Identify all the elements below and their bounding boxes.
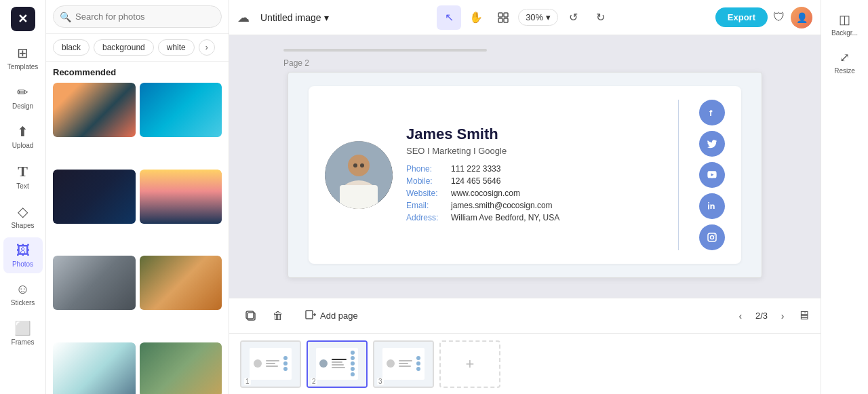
page-label: Page 2 (283, 58, 309, 68)
svg-text:f: f (709, 108, 713, 117)
thumb-social-dot-1 (283, 356, 288, 360)
sidebar-item-text[interactable]: T Text (3, 157, 43, 195)
tag-scroll-btn[interactable]: › (199, 39, 215, 56)
linkedin-icon (707, 201, 717, 212)
canvas-area: Page 2 James (229, 35, 821, 298)
templates-icon: ⊞ (17, 45, 28, 61)
sidebar-item-stickers[interactable]: ☺ Stickers (3, 276, 43, 312)
undo-btn[interactable]: ↺ (561, 5, 585, 30)
website-value: www.cocosign.com (451, 189, 520, 198)
youtube-btn[interactable] (699, 162, 725, 188)
select-tool-btn[interactable]: ↖ (437, 5, 461, 30)
thumb-social-dot-8 (351, 372, 355, 376)
tag-background[interactable]: background (94, 39, 154, 56)
photo-thumb-6[interactable] (140, 256, 222, 338)
document-title-text: Untitled image (260, 12, 321, 23)
svg-point-13 (714, 235, 715, 235)
svg-rect-3 (504, 18, 508, 22)
thumb-line-1 (266, 360, 279, 361)
stickers-icon: ☺ (16, 281, 29, 297)
app-logo[interactable]: ✕ (11, 7, 35, 31)
duplicate-page-btn[interactable] (240, 305, 262, 327)
tag-row: black background white › (46, 34, 229, 62)
document-title-btn[interactable]: Untitled image ▾ (255, 9, 334, 26)
move-tool-btn[interactable]: ✋ (464, 5, 488, 30)
card-avatar (325, 141, 393, 209)
zoom-control[interactable]: 30% ▾ (518, 9, 558, 26)
sidebar-item-label: Shapes (12, 222, 35, 229)
search-input[interactable] (53, 5, 222, 28)
twitter-btn[interactable] (699, 131, 725, 157)
monitor-icon[interactable]: 🖥 (797, 309, 810, 323)
thumb-avatar-3 (387, 359, 395, 368)
layout-tool-btn[interactable] (491, 5, 515, 30)
add-page-icon (305, 309, 316, 320)
redo-btn[interactable]: ↻ (588, 5, 612, 30)
facebook-icon: f (707, 108, 717, 117)
add-page-button[interactable]: Add page (297, 305, 366, 326)
left-sidebar: ✕ ⊞ Templates ✏ Design ⬆ Upload T Text ◇… (0, 0, 46, 394)
thumb-line-4 (332, 359, 347, 360)
canvas-scroll-bar (283, 49, 487, 52)
sidebar-item-upload[interactable]: ⬆ Upload (3, 118, 43, 155)
sidebar-item-shapes[interactable]: ◇ Shapes (3, 198, 43, 235)
sidebar-item-design[interactable]: ✏ Design (3, 79, 43, 115)
thumb-lines-2 (332, 359, 347, 368)
thumb-social-dot-5 (351, 356, 355, 360)
photo-thumb-7[interactable] (53, 342, 136, 395)
thumb-line-8 (399, 360, 412, 361)
photo-thumb-2[interactable] (140, 83, 222, 165)
mobile-label: Mobile: (406, 176, 447, 186)
resize-label: Resize (834, 67, 855, 75)
thumb-line-6 (332, 364, 344, 366)
cloud-icon[interactable]: ☁ (237, 10, 250, 25)
photo-thumb-5[interactable] (53, 256, 136, 338)
page-count: 2/3 (755, 311, 768, 321)
photo-thumb-8[interactable] (140, 342, 222, 395)
background-panel-btn[interactable]: ◫ Backgr... (825, 7, 865, 42)
avatar[interactable]: 👤 (791, 7, 812, 28)
avatar-inner (325, 141, 393, 209)
photos-icon: 🖼 (16, 243, 30, 258)
resize-panel-btn[interactable]: ⤢ Resize (825, 45, 865, 80)
thumbnail-1[interactable]: 1 (240, 340, 301, 388)
next-page-btn[interactable]: › (773, 307, 792, 326)
thumbnail-2[interactable]: 2 (307, 340, 368, 388)
thumb-socials-3 (416, 356, 420, 371)
sidebar-item-frames[interactable]: ⬜ Frames (3, 315, 43, 351)
shield-icon[interactable]: 🛡 (773, 10, 785, 24)
search-bar-container: 🔍 (46, 0, 229, 34)
add-page-thumb[interactable]: + (439, 340, 500, 388)
facebook-btn[interactable]: f (699, 100, 725, 125)
photo-thumb-1[interactable] (53, 83, 136, 165)
sidebar-item-templates[interactable]: ⊞ Templates (3, 39, 43, 76)
sidebar-item-label: Text (16, 182, 28, 190)
tag-black[interactable]: black (53, 39, 90, 56)
address-label: Address: (406, 213, 447, 222)
card-name: James Smith (406, 125, 658, 143)
search-wrapper: 🔍 (53, 5, 222, 28)
sidebar-item-label: Templates (7, 63, 39, 71)
photo-thumb-3[interactable] (53, 170, 136, 252)
delete-page-btn[interactable]: 🗑 (267, 305, 289, 327)
svg-rect-7 (340, 185, 378, 209)
thumb-social-dot-7 (351, 367, 355, 371)
sidebar-item-photos[interactable]: 🖼 Photos (3, 237, 43, 273)
thumb-line-7 (332, 367, 345, 368)
thumb-avatar-1 (254, 359, 262, 368)
thumbnail-strip: 1 (229, 333, 821, 394)
linkedin-btn[interactable] (699, 193, 725, 219)
tag-white[interactable]: white (158, 39, 195, 56)
resize-icon: ⤢ (840, 50, 850, 65)
thumb-num-2: 2 (311, 378, 317, 385)
thumbnail-3[interactable]: 3 (373, 340, 434, 388)
topbar-tools: ↖ ✋ 30% ▾ ↺ ↻ (340, 5, 710, 30)
prev-page-btn[interactable]: ‹ (731, 307, 750, 326)
export-button[interactable]: Export (715, 7, 768, 27)
instagram-btn[interactable] (699, 224, 725, 250)
layout-icon (498, 12, 509, 23)
photo-thumb-4[interactable] (140, 170, 222, 252)
thumb-social-dot-10 (416, 361, 420, 366)
svg-rect-11 (708, 233, 716, 241)
zoom-chevron-icon: ▾ (546, 12, 551, 22)
